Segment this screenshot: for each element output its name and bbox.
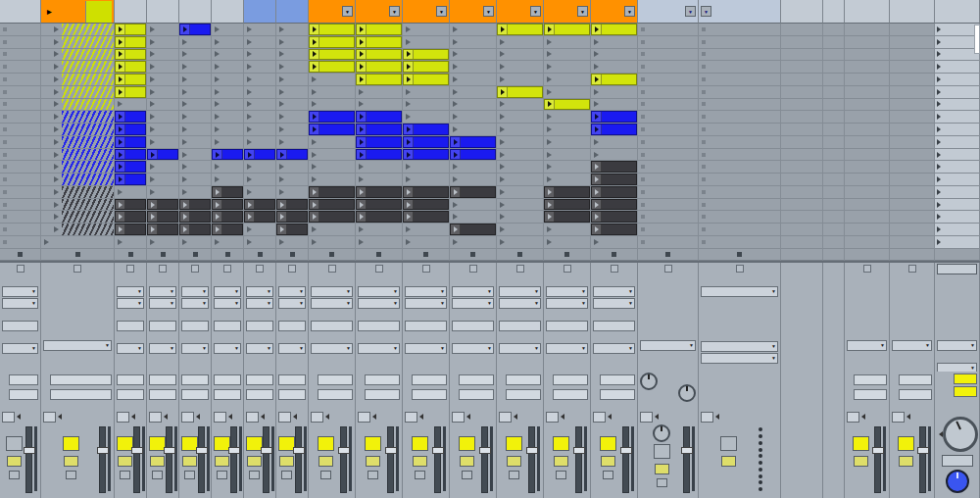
clip-slot[interactable]	[497, 186, 544, 199]
clip-slot[interactable]	[356, 111, 403, 124]
clip-stop-button[interactable]	[128, 252, 133, 257]
solo-button[interactable]	[247, 456, 262, 467]
fader-handle[interactable]	[293, 447, 305, 454]
clip[interactable]	[309, 24, 355, 35]
track-header-7dru[interactable]	[244, 0, 276, 24]
clip-slot[interactable]	[0, 124, 41, 136]
clip[interactable]	[309, 211, 355, 223]
clip-slot[interactable]	[497, 149, 544, 162]
track-stop-button[interactable]	[611, 265, 618, 273]
clip-slot[interactable]	[450, 149, 497, 162]
clip[interactable]	[115, 149, 146, 161]
clip-slot[interactable]	[41, 149, 115, 162]
clip-stop-button[interactable]	[161, 252, 166, 257]
arm-button[interactable]	[249, 471, 260, 479]
crossfade-assign-button[interactable]	[2, 412, 15, 423]
send-amount[interactable]	[412, 374, 447, 385]
clip-slot[interactable]	[41, 136, 115, 149]
track-activator-button[interactable]	[365, 436, 381, 451]
clip-slot[interactable]	[244, 49, 276, 62]
clip-slot[interactable]	[0, 86, 41, 99]
volume-fader[interactable]	[340, 426, 347, 493]
clip[interactable]	[276, 224, 308, 235]
stop-slot[interactable]	[41, 249, 115, 261]
clip-play-button[interactable]	[310, 112, 319, 122]
crossfade-assign-button[interactable]	[546, 412, 559, 423]
pan-knob[interactable]	[653, 424, 670, 442]
clip[interactable]	[356, 211, 402, 223]
clip-slot[interactable]	[497, 224, 544, 236]
clip[interactable]	[356, 61, 402, 73]
clip-play-button[interactable]	[116, 162, 125, 172]
clip-slot[interactable]	[115, 211, 147, 224]
fader-handle[interactable]	[338, 447, 350, 454]
clip-slot[interactable]	[115, 124, 147, 136]
clip-stop-button[interactable]	[18, 252, 23, 257]
fader-handle[interactable]	[432, 447, 444, 454]
solo-button[interactable]	[318, 456, 333, 467]
clip-slot[interactable]	[591, 236, 638, 249]
clip-play-button[interactable]	[404, 212, 414, 222]
io-dropdown[interactable]: ▼	[149, 286, 176, 297]
io-dropdown[interactable]: ▼	[847, 340, 887, 351]
volume-fader[interactable]	[874, 426, 881, 493]
clip-slot[interactable]	[41, 199, 115, 212]
clip-slot[interactable]	[212, 36, 244, 49]
clip-slot[interactable]	[497, 49, 544, 62]
fader-handle[interactable]	[24, 447, 35, 454]
clip-play-button[interactable]	[213, 150, 222, 160]
clip-slot[interactable]	[179, 24, 212, 36]
clip-slot[interactable]	[147, 136, 179, 149]
clip[interactable]	[356, 36, 402, 48]
clip[interactable]	[115, 199, 146, 211]
io-dropdown[interactable]: ▼	[278, 286, 306, 297]
clip-play-button[interactable]	[592, 124, 602, 134]
clip[interactable]	[115, 36, 146, 48]
solo-button[interactable]	[279, 456, 294, 467]
clip-slot[interactable]	[0, 111, 41, 124]
send-amount[interactable]	[214, 389, 241, 400]
volume-fader[interactable]	[919, 426, 926, 493]
stop-slot[interactable]	[699, 249, 781, 261]
solo-button[interactable]	[601, 456, 615, 467]
volume-fader[interactable]	[263, 426, 270, 493]
clip-slot[interactable]	[591, 149, 638, 162]
track-header-inst7[interactable]: ▼	[544, 0, 591, 24]
clip-slot[interactable]	[276, 211, 309, 224]
clip-slot[interactable]	[638, 49, 699, 62]
clip-play-button[interactable]	[180, 224, 190, 234]
clip-stop-button[interactable]	[564, 252, 569, 257]
clip-slot[interactable]	[0, 24, 41, 36]
clip-slot[interactable]	[309, 61, 356, 74]
io-dropdown[interactable]: ▼	[593, 298, 635, 309]
monitor-state-button[interactable]	[278, 321, 306, 331]
track-stop-button[interactable]	[288, 265, 296, 273]
clip-play-button[interactable]	[180, 200, 190, 210]
clip-stop-button[interactable]	[329, 252, 334, 257]
clip-slot[interactable]	[450, 36, 497, 49]
clip-slot[interactable]	[450, 61, 497, 74]
clip-slot[interactable]	[115, 24, 147, 36]
clip-slot[interactable]	[356, 36, 403, 49]
track-stop-button[interactable]	[908, 265, 916, 273]
solo-button[interactable]	[413, 456, 427, 467]
arm-button[interactable]	[320, 471, 331, 479]
arm-button[interactable]	[657, 478, 667, 487]
solo-button[interactable]	[507, 456, 521, 467]
io-dropdown[interactable]: ▼	[149, 298, 176, 309]
io-dropdown[interactable]: ▼	[452, 343, 494, 354]
arm-button[interactable]	[509, 471, 519, 479]
clip-slot[interactable]	[276, 174, 309, 186]
track-activator-button[interactable]	[459, 436, 475, 451]
clip-stop-button[interactable]	[376, 252, 381, 257]
crossfade-assign-button[interactable]	[701, 412, 713, 423]
clip-slot[interactable]	[244, 136, 276, 149]
clip-slot[interactable]	[450, 161, 497, 174]
clip-slot[interactable]	[544, 36, 591, 49]
clip-slot[interactable]	[244, 224, 276, 236]
clip-slot[interactable]	[41, 61, 115, 74]
fader-handle[interactable]	[164, 447, 175, 454]
clip-play-button[interactable]	[592, 25, 602, 34]
clip[interactable]	[403, 74, 449, 85]
fader-handle[interactable]	[385, 447, 397, 454]
